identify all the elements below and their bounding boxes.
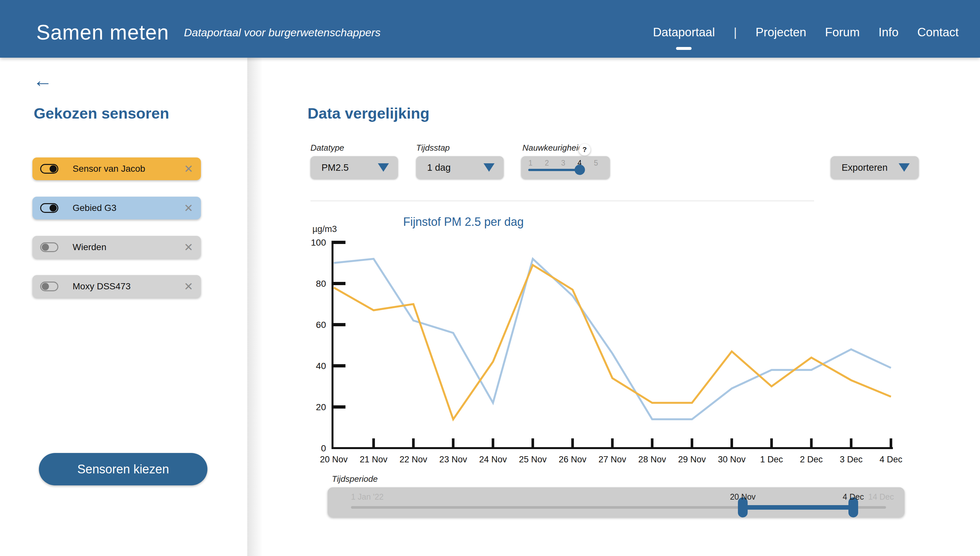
nav-item-projecten[interactable]: Projecten [756, 26, 806, 39]
active-nav-underline [676, 47, 692, 50]
sensor-toggle[interactable] [40, 281, 58, 291]
close-icon[interactable]: ✕ [184, 202, 194, 213]
svg-text:3 Dec: 3 Dec [840, 454, 863, 464]
timestep-dropdown[interactable]: 1 dag [416, 156, 504, 179]
svg-text:0: 0 [321, 443, 326, 453]
nav-item-forum[interactable]: Forum [825, 26, 860, 39]
toggle-knob [42, 244, 49, 251]
chevron-down-icon [378, 163, 389, 172]
svg-text:26 Nov: 26 Nov [559, 454, 587, 464]
close-icon[interactable]: ✕ [184, 281, 194, 292]
series-sensor-van-jacob [334, 265, 891, 419]
timestep-label: Tijdsstap [416, 143, 450, 153]
close-icon[interactable]: ✕ [184, 242, 194, 253]
series-gebied-g3 [334, 259, 891, 419]
chevron-down-icon [899, 163, 910, 172]
svg-text:30 Nov: 30 Nov [718, 454, 746, 464]
choose-sensors-button[interactable]: Sensoren kiezen [39, 453, 207, 485]
toggle-knob [42, 283, 49, 290]
sensor-chip[interactable]: Wierden ✕ [32, 236, 201, 259]
page-title: Data vergelijking [307, 104, 429, 122]
accuracy-option[interactable]: 2 [543, 159, 551, 168]
nav-separator: | [734, 26, 737, 39]
sidebar-title: Gekozen sensoren [34, 104, 169, 122]
export-button[interactable]: Exporteren [831, 156, 919, 179]
sensor-chip[interactable]: Sensor van Jacob ✕ [32, 157, 201, 180]
sensor-label: Moxy DSS473 [73, 281, 131, 292]
accuracy-option[interactable]: 1 [527, 159, 534, 168]
accuracy-slider-handle[interactable] [574, 165, 585, 175]
svg-text:40: 40 [316, 361, 326, 371]
nav-item-contact[interactable]: Contact [917, 26, 959, 39]
svg-text:25 Nov: 25 Nov [519, 454, 547, 464]
svg-text:28 Nov: 28 Nov [639, 454, 666, 464]
app-tagline: Dataportaal voor burgerwetenschappers [184, 26, 380, 39]
svg-text:1 Dec: 1 Dec [760, 454, 783, 464]
nav-item-info[interactable]: Info [878, 26, 899, 39]
timestep-value: 1 dag [427, 162, 451, 173]
accuracy-slider-track [528, 169, 580, 171]
timeline-selected-range[interactable] [743, 505, 853, 510]
svg-text:4 Dec: 4 Dec [880, 454, 902, 464]
svg-text:20: 20 [316, 402, 326, 412]
back-arrow-icon[interactable]: ← [33, 71, 52, 90]
sensor-chip[interactable]: Gebied G3 ✕ [32, 197, 201, 219]
svg-text:27 Nov: 27 Nov [598, 454, 626, 464]
svg-text:29 Nov: 29 Nov [678, 454, 706, 464]
accuracy-option[interactable]: 5 [592, 159, 600, 168]
svg-text:23 Nov: 23 Nov [440, 454, 467, 464]
close-icon[interactable]: ✕ [184, 163, 194, 174]
app-logo: Samen meten [36, 20, 169, 44]
svg-text:80: 80 [316, 279, 326, 289]
toggle-knob [50, 204, 57, 212]
timeline-slider[interactable]: 1 Jan '22 20 Nov 4 Dec 14 Dec [328, 487, 904, 517]
line-chart: 02040608010020 Nov21 Nov22 Nov23 Nov24 N… [308, 214, 923, 470]
datatype-dropdown[interactable]: PM2.5 [310, 156, 398, 179]
chevron-down-icon [484, 163, 495, 172]
controls-divider [310, 200, 814, 201]
sensor-label: Wierden [73, 242, 106, 252]
accuracy-slider[interactable]: 12345 [521, 156, 610, 179]
header: Samen meten Dataportaal voor burgerweten… [0, 0, 980, 58]
svg-text:20 Nov: 20 Nov [320, 454, 348, 464]
svg-text:22 Nov: 22 Nov [399, 454, 427, 464]
help-icon[interactable]: ? [579, 144, 590, 155]
sensor-label: Gebied G3 [73, 203, 116, 213]
accuracy-option[interactable]: 3 [560, 159, 567, 168]
svg-text:100: 100 [311, 238, 326, 247]
sensor-label: Sensor van Jacob [73, 163, 145, 174]
datatype-label: Datatype [310, 143, 344, 153]
accuracy-label: Nauwkeurigheid [522, 143, 583, 153]
main-nav: Dataportaal | Projecten Forum Info Conta… [653, 26, 959, 39]
sidebar-divider [247, 58, 263, 556]
datatype-value: PM2.5 [322, 162, 349, 173]
sensor-toggle[interactable] [40, 242, 58, 252]
timeline-start-label: 20 Nov [720, 492, 765, 501]
nav-item-dataportaal[interactable]: Dataportaal [653, 26, 715, 39]
svg-text:21 Nov: 21 Nov [360, 454, 388, 464]
svg-text:2 Dec: 2 Dec [800, 454, 823, 464]
timeline-min-label: 1 Jan '22 [351, 492, 384, 501]
export-label: Exporteren [842, 162, 888, 173]
sensor-toggle[interactable] [40, 164, 58, 174]
timeline-max-label: 14 Dec [868, 492, 894, 501]
svg-text:24 Nov: 24 Nov [479, 454, 507, 464]
toggle-knob [50, 165, 57, 172]
timeline-label: Tijdsperiode [332, 474, 378, 484]
sensor-toggle[interactable] [40, 203, 58, 213]
svg-text:60: 60 [316, 320, 326, 330]
sensor-chip[interactable]: Moxy DSS473 ✕ [32, 275, 201, 298]
